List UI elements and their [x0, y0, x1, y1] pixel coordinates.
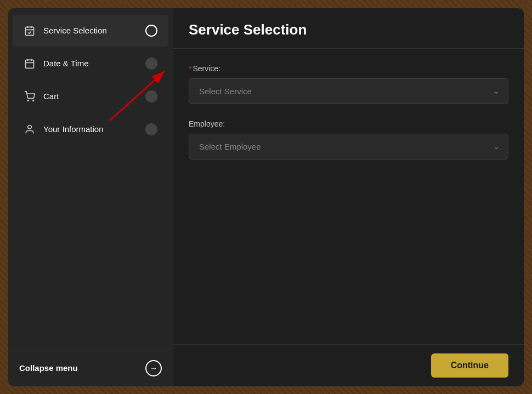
employee-select-wrapper: Select Employee ⌄	[189, 134, 508, 159]
svg-point-10	[28, 100, 29, 101]
required-star: *	[189, 64, 191, 73]
employee-select[interactable]: Select Employee	[189, 134, 508, 159]
modal: Service Selection Date & Time	[8, 8, 524, 386]
page-title: Service Selection	[189, 21, 508, 38]
calendar-check-icon	[24, 25, 36, 37]
sidebar: Service Selection Date & Time	[8, 8, 173, 386]
sidebar-item-status	[145, 90, 157, 102]
service-select[interactable]: Select Service	[189, 78, 508, 104]
cart-icon	[24, 90, 36, 102]
sidebar-item-status	[145, 123, 157, 135]
employee-label: Employee:	[189, 119, 508, 128]
service-form-group: *Service: Select Service ⌄	[189, 64, 508, 104]
sidebar-item-date-time[interactable]: Date & Time	[13, 48, 168, 79]
sidebar-item-service-selection[interactable]: Service Selection	[13, 15, 168, 47]
employee-form-group: Employee: Select Employee ⌄	[189, 119, 508, 159]
main-header: Service Selection	[173, 8, 524, 49]
collapse-arrow-icon: →	[145, 360, 162, 376]
svg-point-11	[33, 100, 34, 101]
sidebar-item-label: Service Selection	[43, 26, 145, 35]
continue-button[interactable]: Continue	[431, 353, 508, 378]
sidebar-item-status	[145, 58, 157, 70]
collapse-menu-label: Collapse menu	[19, 363, 145, 373]
sidebar-nav: Service Selection Date & Time	[8, 8, 173, 350]
main-body: *Service: Select Service ⌄ Employee: Sel…	[173, 49, 524, 344]
person-icon	[24, 123, 36, 135]
svg-rect-6	[26, 60, 34, 68]
svg-rect-2	[26, 27, 34, 35]
sidebar-item-your-information[interactable]: Your Information	[13, 113, 168, 145]
svg-point-12	[28, 125, 32, 129]
calendar-icon	[24, 58, 36, 70]
main-footer: Continue	[173, 344, 524, 386]
main-content: Service Selection *Service: Select Servi…	[173, 8, 524, 386]
sidebar-item-label: Cart	[43, 92, 145, 101]
collapse-menu-button[interactable]: Collapse menu →	[8, 350, 173, 386]
sidebar-item-status	[145, 25, 157, 37]
sidebar-item-cart[interactable]: Cart	[13, 81, 168, 112]
sidebar-item-label: Date & Time	[43, 59, 145, 68]
service-label: *Service:	[189, 64, 508, 73]
service-select-wrapper: Select Service ⌄	[189, 78, 508, 104]
sidebar-item-label: Your Information	[43, 124, 145, 134]
